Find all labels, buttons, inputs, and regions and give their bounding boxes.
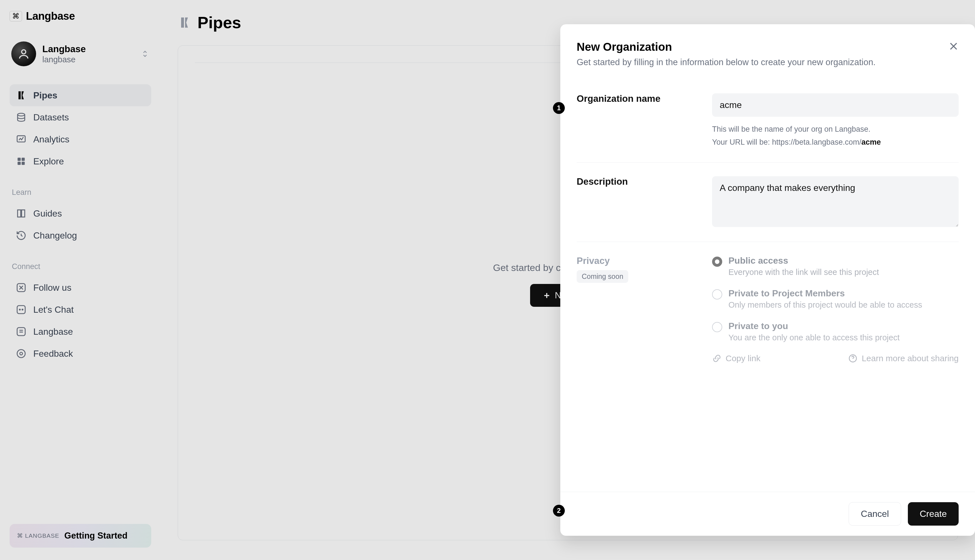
privacy-option-members[interactable]: Private to Project Members Only members … <box>712 288 958 310</box>
help-line-1: This will be the name of your org on Lan… <box>712 123 958 136</box>
copy-link-button[interactable]: Copy link <box>712 353 760 363</box>
url-prefix: Your URL will be: https://beta.langbase.… <box>712 138 861 146</box>
modal-body: Organization name This will be the name … <box>560 80 975 492</box>
description-label: Description <box>577 176 701 187</box>
copy-link-label: Copy link <box>726 353 760 363</box>
radio-icon <box>712 322 722 332</box>
close-button[interactable] <box>947 40 960 52</box>
radio-title: Public access <box>728 255 879 266</box>
modal-overlay[interactable]: New Organization Get started by filling … <box>0 0 975 560</box>
org-name-input[interactable] <box>712 93 958 117</box>
step-marker-2: 2 <box>553 505 565 517</box>
step-marker-1: 1 <box>553 102 565 114</box>
link-icon <box>712 353 722 363</box>
coming-soon-badge: Coming soon <box>577 270 628 283</box>
learn-more-label: Learn more about sharing <box>861 353 958 363</box>
privacy-label: Privacy <box>577 255 701 266</box>
radio-icon <box>712 257 722 267</box>
cancel-button[interactable]: Cancel <box>849 502 901 526</box>
share-row: Copy link Learn more about sharing <box>712 353 958 363</box>
field-org-name: Organization name This will be the name … <box>577 80 958 162</box>
learn-more-link[interactable]: Learn more about sharing <box>848 353 958 363</box>
create-button[interactable]: Create <box>908 502 958 526</box>
help-line-2: Your URL will be: https://beta.langbase.… <box>712 136 958 149</box>
description-input[interactable] <box>712 176 958 227</box>
privacy-option-public[interactable]: Public access Everyone with the link wil… <box>712 255 958 277</box>
field-privacy: Privacy Coming soon Public access Everyo… <box>577 242 958 377</box>
modal-subtitle: Get started by filling in the informatio… <box>577 57 958 67</box>
privacy-option-private[interactable]: Private to you You are the only one able… <box>712 321 958 342</box>
radio-desc: Only members of this project would be ab… <box>728 300 922 310</box>
radio-icon <box>712 289 722 300</box>
field-description: Description <box>577 162 958 242</box>
url-slug: acme <box>861 138 881 146</box>
help-icon <box>848 353 858 363</box>
new-org-modal: New Organization Get started by filling … <box>560 24 975 536</box>
modal-title: New Organization <box>577 41 958 53</box>
close-icon <box>947 40 960 52</box>
radio-desc: You are the only one able to access this… <box>728 333 900 342</box>
org-name-label: Organization name <box>577 93 701 104</box>
radio-title: Private to you <box>728 321 900 331</box>
radio-title: Private to Project Members <box>728 288 922 298</box>
modal-footer: Cancel Create <box>560 492 975 536</box>
radio-desc: Everyone with the link will see this pro… <box>728 268 879 277</box>
org-name-help: This will be the name of your org on Lan… <box>712 123 958 149</box>
modal-header: New Organization Get started by filling … <box>560 24 975 80</box>
